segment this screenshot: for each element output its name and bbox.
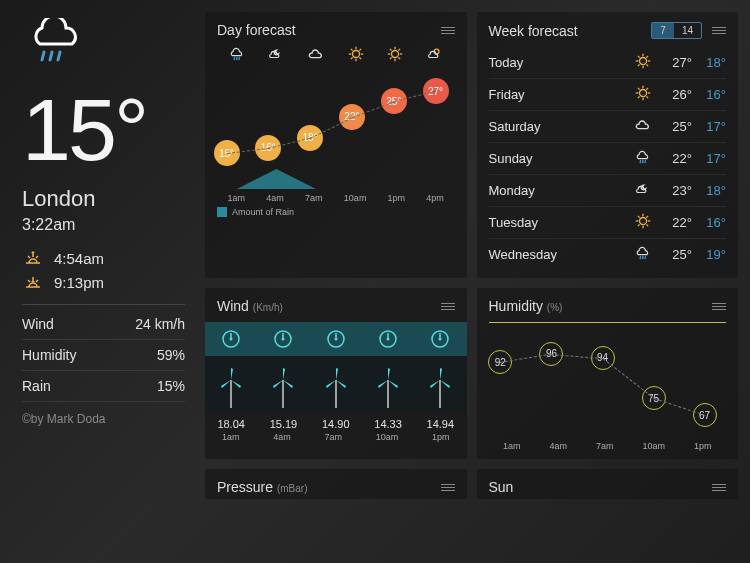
svg-line-41	[638, 88, 640, 90]
sun-title: Sun	[489, 479, 514, 495]
wind-value: 14.90	[322, 418, 350, 430]
week-day-icon	[628, 149, 658, 168]
week-day-name: Tuesday	[489, 215, 629, 230]
menu-icon[interactable]	[441, 27, 455, 34]
x-axis-label: 10am	[344, 193, 367, 203]
day-forecast-card: Day forecast 15°16°18°22°25°27° 1am4am7a…	[205, 12, 467, 278]
svg-point-15	[392, 50, 399, 57]
svg-line-28	[646, 64, 648, 66]
x-axis-label: 4am	[273, 432, 291, 442]
wind-card: Wind (Km/h) 18.0415.1914.9014.3314.94 1a…	[205, 288, 467, 459]
wind-title: Wind (Km/h)	[217, 298, 283, 314]
menu-icon[interactable]	[712, 484, 726, 491]
week-temp-hi: 25°	[658, 247, 692, 262]
svg-line-32	[638, 56, 640, 58]
week-row[interactable]: Friday 26° 16°	[489, 79, 727, 111]
current-temperature: 15°	[22, 86, 185, 174]
day-hour-icon	[268, 46, 284, 66]
svg-line-51	[638, 224, 640, 226]
svg-line-53	[638, 216, 640, 218]
week-temp-lo: 17°	[692, 119, 726, 134]
sunrise-time: 4:54am	[54, 250, 104, 267]
svg-line-34	[646, 56, 648, 58]
wind-gauge-icon	[377, 328, 399, 350]
svg-point-6	[352, 50, 359, 57]
svg-line-19	[390, 57, 392, 59]
week-row[interactable]: Saturday 25° 17°	[489, 111, 727, 143]
week-temp-lo: 18°	[692, 55, 726, 70]
day-forecast-chart: 15°16°18°22°25°27° 1am4am7am10am1pm4pm A…	[217, 46, 455, 211]
svg-line-0	[42, 52, 44, 60]
x-axis-label: 1pm	[694, 441, 712, 451]
week-temp-hi: 22°	[658, 215, 692, 230]
week-day-name: Sunday	[489, 151, 629, 166]
current-time: 3:22am	[22, 216, 185, 234]
menu-icon[interactable]	[712, 303, 726, 310]
svg-marker-25	[217, 169, 455, 189]
turbine-icon	[321, 364, 351, 408]
current-weather-icon	[22, 18, 185, 78]
menu-icon[interactable]	[441, 303, 455, 310]
week-day-icon	[628, 117, 658, 136]
wind-value: 14.94	[427, 418, 455, 430]
x-axis-label: 7am	[596, 441, 614, 451]
week-row[interactable]: Monday 23° 18°	[489, 175, 727, 207]
menu-icon[interactable]	[441, 484, 455, 491]
svg-line-12	[350, 49, 352, 51]
week-row[interactable]: Today 27° 18°	[489, 47, 727, 79]
svg-line-10	[350, 57, 352, 59]
week-range-toggle[interactable]: 7 14	[651, 22, 702, 39]
svg-line-37	[646, 96, 648, 98]
x-axis-label: 1pm	[388, 193, 406, 203]
week-row[interactable]: Sunday 22° 17°	[489, 143, 727, 175]
svg-line-17	[398, 57, 400, 59]
wind-value: 15.19	[270, 418, 298, 430]
week-temp-hi: 22°	[658, 151, 692, 166]
svg-point-70	[387, 338, 390, 341]
svg-point-35	[639, 89, 646, 96]
wind-gauge-icon	[220, 328, 242, 350]
wind-value: 18.04	[217, 418, 245, 430]
sunset-icon	[22, 273, 44, 291]
week-temp-lo: 19°	[692, 247, 726, 262]
week-temp-hi: 25°	[658, 119, 692, 134]
credit-text: ©by Mark Doda	[22, 412, 185, 426]
svg-line-1	[50, 52, 52, 60]
turbine-icon	[425, 364, 455, 408]
week-temp-hi: 23°	[658, 183, 692, 198]
x-axis-label: 4pm	[426, 193, 444, 203]
week-row[interactable]: Tuesday 22° 16°	[489, 207, 727, 239]
menu-icon[interactable]	[712, 27, 726, 34]
x-axis-label: 1am	[503, 441, 521, 451]
week-row[interactable]: Wednesday 25° 19°	[489, 239, 727, 270]
wind-gauge-icon	[429, 328, 451, 350]
day-hour-icon	[348, 46, 364, 66]
svg-line-49	[646, 224, 648, 226]
sunrise-icon	[22, 249, 44, 267]
svg-line-23	[398, 49, 400, 51]
x-axis-label: 10am	[642, 441, 665, 451]
svg-line-21	[390, 49, 392, 51]
week-day-name: Saturday	[489, 119, 629, 134]
wind-gauge-icon	[272, 328, 294, 350]
stat-humidity: Humidity 59%	[22, 340, 185, 371]
week-day-name: Friday	[489, 87, 629, 102]
stat-rain: Rain 15%	[22, 371, 185, 402]
week-day-icon	[628, 213, 658, 232]
day-hour-icon	[387, 46, 403, 66]
week-temp-lo: 17°	[692, 151, 726, 166]
week-day-name: Today	[489, 55, 629, 70]
pressure-title: Pressure (mBar)	[217, 479, 307, 495]
current-weather-panel: 15° London 3:22am 4:54am 9:13pm Wind 24 …	[0, 0, 205, 563]
turbine-icon	[373, 364, 403, 408]
wind-value: 14.33	[374, 418, 402, 430]
x-axis-label: 1am	[222, 432, 240, 442]
x-axis-label: 4am	[266, 193, 284, 203]
week-day-icon	[628, 85, 658, 104]
pressure-card: Pressure (mBar)	[205, 469, 467, 499]
sunrise-row: 4:54am	[22, 246, 185, 270]
day-forecast-title: Day forecast	[217, 22, 296, 38]
city-name: London	[22, 186, 185, 212]
svg-point-47	[639, 217, 646, 224]
sun-card: Sun	[477, 469, 739, 499]
